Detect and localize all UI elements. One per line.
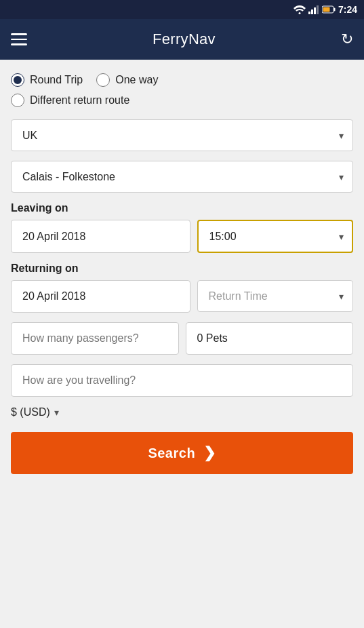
main-content: Round Trip One way Different return rout…	[0, 60, 364, 488]
svg-rect-3	[314, 7, 316, 14]
svg-point-0	[298, 12, 300, 14]
currency-chevron-icon: ▾	[54, 407, 59, 418]
svg-rect-7	[323, 7, 329, 12]
leaving-date-time-row: 00:00 01:00 02:00 03:00 04:00 05:00 06:0…	[11, 220, 353, 253]
returning-on-label: Returning on	[11, 262, 353, 275]
search-button-arrow-icon: ❯	[203, 444, 216, 462]
one-way-option[interactable]: One way	[96, 73, 158, 87]
svg-rect-1	[308, 12, 310, 14]
svg-rect-2	[311, 9, 313, 14]
status-icons: 7:24	[294, 4, 357, 15]
round-trip-label: Round Trip	[30, 74, 83, 86]
app-title: FerryNav	[153, 31, 216, 48]
refresh-icon[interactable]: ↻	[341, 31, 353, 48]
pets-input[interactable]	[186, 322, 354, 355]
returning-date-time-row: Return Time 00:00 01:00 02:00 03:00 04:0…	[11, 280, 353, 313]
svg-rect-6	[333, 8, 335, 12]
different-return-radio-group: Different return route	[11, 94, 353, 107]
return-time-select-wrapper: Return Time 00:00 01:00 02:00 03:00 04:0…	[197, 280, 354, 313]
country-select[interactable]: UK France Ireland Spain Germany	[11, 119, 353, 151]
route-select-wrapper: Calais - Folkestone Dover - Calais Folke…	[11, 161, 353, 193]
search-button-label: Search	[148, 446, 195, 461]
travelling-input[interactable]	[11, 364, 353, 397]
hamburger-menu-icon[interactable]	[11, 33, 27, 45]
time-display: 7:24	[338, 4, 357, 15]
return-time-select[interactable]: Return Time 00:00 01:00 02:00 03:00 04:0…	[197, 280, 354, 312]
search-button[interactable]: Search ❯	[11, 432, 353, 474]
leaving-date-input[interactable]	[11, 220, 190, 253]
svg-rect-4	[317, 5, 319, 14]
wifi-icon	[294, 5, 306, 14]
passengers-input[interactable]	[11, 322, 179, 355]
round-trip-option[interactable]: Round Trip	[11, 73, 83, 87]
return-date-input[interactable]	[11, 280, 190, 313]
trip-type-radio-group: Round Trip One way	[11, 73, 353, 87]
currency-label: $ (USD)	[11, 406, 50, 418]
route-select[interactable]: Calais - Folkestone Dover - Calais Folke…	[11, 161, 353, 193]
leaving-on-label: Leaving on	[11, 202, 353, 214]
different-return-option[interactable]: Different return route	[11, 94, 129, 107]
different-return-radio[interactable]	[11, 94, 24, 107]
leaving-time-select[interactable]: 00:00 01:00 02:00 03:00 04:00 05:00 06:0…	[197, 220, 354, 253]
country-select-wrapper: UK France Ireland Spain Germany ▾	[11, 119, 353, 151]
different-return-label: Different return route	[30, 94, 129, 106]
currency-row[interactable]: $ (USD) ▾	[11, 406, 353, 418]
signal-icon	[308, 5, 319, 14]
status-bar: 7:24	[0, 0, 364, 19]
one-way-radio[interactable]	[96, 73, 110, 87]
leaving-time-select-wrapper: 00:00 01:00 02:00 03:00 04:00 05:00 06:0…	[197, 220, 354, 253]
round-trip-radio[interactable]	[11, 73, 24, 87]
passengers-pets-row	[11, 322, 353, 355]
battery-icon	[322, 5, 336, 14]
navbar: FerryNav ↻	[0, 19, 364, 60]
one-way-label: One way	[115, 74, 158, 86]
